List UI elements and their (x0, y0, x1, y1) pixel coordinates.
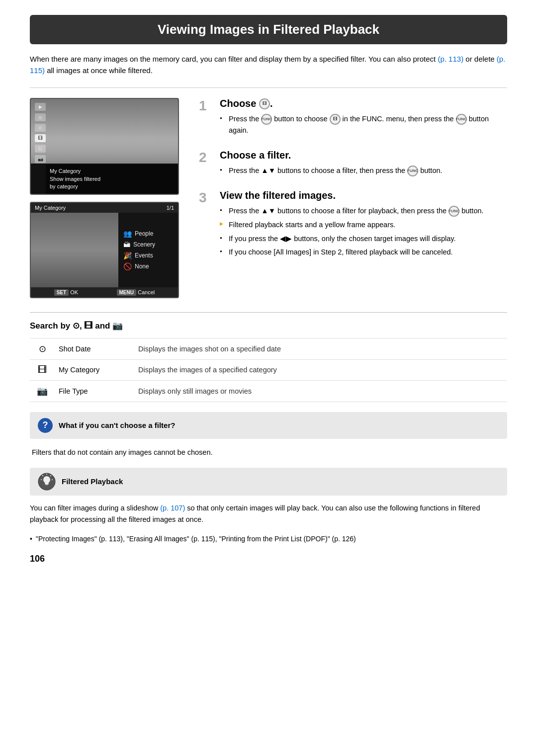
svg-rect-2 (45, 483, 49, 484)
step-2-title: Choose a filter. (220, 150, 507, 161)
file-type-icon: 📷 (30, 380, 55, 402)
set-btn: SET (54, 289, 69, 296)
overlay-line1: My Category (50, 168, 174, 175)
step-2-bullets: Press the ▲▼ buttons to choose a filter,… (220, 165, 507, 176)
file-type-description: Displays only still images or movies (134, 380, 507, 402)
icon-1: ▶ (35, 103, 46, 111)
step-3-content: View the filtered images. Press the ▲▼ b… (220, 190, 507, 260)
menu-item-events: 🎉 Events (123, 252, 173, 259)
camera-content-area: 👥 People 🏔 Scenery 🎉 Events 🚫 None (31, 213, 178, 287)
menu-label-people: People (135, 230, 153, 237)
table-row-file-type: 📷 File Type Displays only still images o… (30, 380, 507, 402)
menu-label-none: None (135, 263, 149, 270)
table-row-shot-date: ⊙ Shot Date Displays the images shot on … (30, 338, 507, 359)
step-2-bullet-1: Press the ▲▼ buttons to choose a filter,… (220, 165, 507, 176)
my-category-icon: 🎞 (30, 359, 55, 380)
shot-date-description: Displays the images shot on a specified … (134, 338, 507, 359)
icon-4-active: 🎞 (35, 134, 46, 142)
icon-6: 📷 (35, 155, 46, 163)
icon-3: ⊙ (35, 124, 46, 132)
menu-item-none: 🚫 None (123, 262, 173, 270)
link-p126-tip[interactable]: (p. 126) (332, 535, 356, 543)
camera-screen-top: ▶ ◎ ⊙ 🎞 ⊡ 📷 My Category Show images filt… (30, 98, 179, 195)
step-3-bullet-4: If you choose [All Images] in Step 2, fi… (220, 247, 507, 257)
camera-menu-list: 👥 People 🏔 Scenery 🎉 Events 🚫 None (118, 213, 178, 287)
overlay-line2: Show images filtered (50, 175, 174, 183)
table-row-my-category: 🎞 My Category Displays the images of a s… (30, 359, 507, 380)
menu-item-people: 👥 People (123, 230, 173, 238)
step-2: 2 Choose a filter. Press the ▲▼ buttons … (199, 150, 507, 179)
step-1-content: Choose 🎞. Press the FUNC button to choos… (220, 98, 507, 139)
question-icon: ? (38, 418, 53, 433)
tip-body: You can filter images during a slideshow… (30, 503, 507, 525)
step-2-content: Choose a filter. Press the ▲▼ buttons to… (220, 150, 507, 179)
step-3-title: View the filtered images. (220, 190, 507, 201)
search-by-title: Search by ⊙, 🎞 and 📷 (30, 321, 507, 331)
filter-table: ⊙ Shot Date Displays the images shot on … (30, 338, 507, 402)
step-1-title: Choose 🎞. (220, 98, 507, 110)
step-3-bullet-1: Press the ▲▼ buttons to choose a filter … (220, 205, 507, 217)
icon-5: ⊡ (35, 145, 46, 153)
scenery-icon: 🏔 (123, 241, 130, 249)
tip-bullet: "Protecting Images" (p. 113), "Erasing A… (30, 533, 507, 544)
step-1: 1 Choose 🎞. Press the FUNC button to cho… (199, 98, 507, 139)
tip-box: Filtered Playback (30, 468, 507, 496)
ok-label: OK (70, 289, 78, 295)
shot-date-label: Shot Date (55, 338, 134, 359)
info-box: ? What if you can't choose a filter? (30, 412, 507, 439)
func-btn-step3: FUNC (448, 206, 459, 217)
link-p107[interactable]: (p. 107) (160, 504, 185, 512)
step-3: 3 View the filtered images. Press the ▲▼… (199, 190, 507, 260)
intro-text: When there are many images on the memory… (30, 53, 507, 77)
camera-sky (31, 99, 178, 164)
overlay-line3: by category (50, 183, 174, 190)
cancel-label: Cancel (138, 289, 155, 295)
camera-screen-bottom: My Category 1/1 👥 People 🏔 Scenery 🎉 (30, 202, 179, 298)
tip-text: Filtered Playback (62, 477, 123, 486)
func-btn-inline-1: FUNC (261, 114, 272, 125)
step-1-bullets: Press the FUNC button to choose 🎞 in the… (220, 113, 507, 136)
step-3-bullet-3: If you press the ◀▶ buttons, only the ch… (220, 233, 507, 244)
step-3-number: 3 (199, 191, 213, 205)
events-icon: 🎉 (123, 252, 132, 259)
svg-rect-3 (45, 484, 48, 485)
steps-column: 1 Choose 🎞. Press the FUNC button to cho… (199, 98, 507, 298)
func-icon-1: 🎞 (259, 98, 270, 109)
main-content: ▶ ◎ ⊙ 🎞 ⊡ 📷 My Category Show images filt… (30, 87, 507, 298)
func-icon-inline-1: 🎞 (330, 114, 341, 125)
menu-label-events: Events (135, 252, 153, 259)
footer-menu: MENU Cancel (117, 289, 155, 295)
footer-set: SET OK (54, 289, 78, 295)
camera-header-bar: My Category 1/1 (31, 203, 178, 213)
camera-footer-bar: SET OK MENU Cancel (31, 287, 178, 297)
search-by-section: Search by ⊙, 🎞 and 📷 ⊙ Shot Date Display… (30, 312, 507, 402)
people-icon: 👥 (123, 230, 132, 238)
func-btn-inline-2: FUNC (456, 114, 467, 125)
question-text: What if you can't choose a filter? (59, 421, 175, 429)
page-title: Viewing Images in Filtered Playback (30, 15, 507, 44)
func-btn-step2: FUNC (407, 166, 418, 176)
step-2-number: 2 (199, 151, 213, 165)
step-3-bullets: Press the ▲▼ buttons to choose a filter … (220, 205, 507, 258)
svg-point-1 (43, 476, 50, 483)
file-type-label: File Type (55, 380, 134, 402)
step-1-number: 1 (199, 99, 213, 113)
menu-item-scenery: 🏔 Scenery (123, 241, 173, 249)
link-p113-tip[interactable]: (p. 113) (99, 535, 123, 543)
page-number: 106 (30, 554, 507, 564)
camera-overlay: My Category Show images filtered by cate… (46, 165, 178, 193)
camera-photo-area (31, 213, 118, 287)
link-p113[interactable]: (p. 113) (438, 55, 463, 63)
step-1-bullet-1: Press the FUNC button to choose 🎞 in the… (220, 113, 507, 136)
images-column: ▶ ◎ ⊙ 🎞 ⊡ 📷 My Category Show images filt… (30, 98, 184, 298)
shot-date-icon: ⊙ (30, 338, 55, 359)
icon-2: ◎ (35, 113, 46, 121)
step-3-bullet-2: Filtered playback starts and a yellow fr… (220, 219, 507, 230)
link-p115-tip[interactable]: (p. 115) (191, 535, 215, 543)
none-icon: 🚫 (123, 262, 132, 270)
my-category-description: Displays the images of a specified categ… (134, 359, 507, 380)
tip-icon (38, 473, 56, 491)
camera-sidebar-icons: ▶ ◎ ⊙ 🎞 ⊡ 📷 (35, 103, 46, 163)
menu-btn: MENU (117, 289, 136, 296)
menu-label-scenery: Scenery (133, 241, 155, 248)
